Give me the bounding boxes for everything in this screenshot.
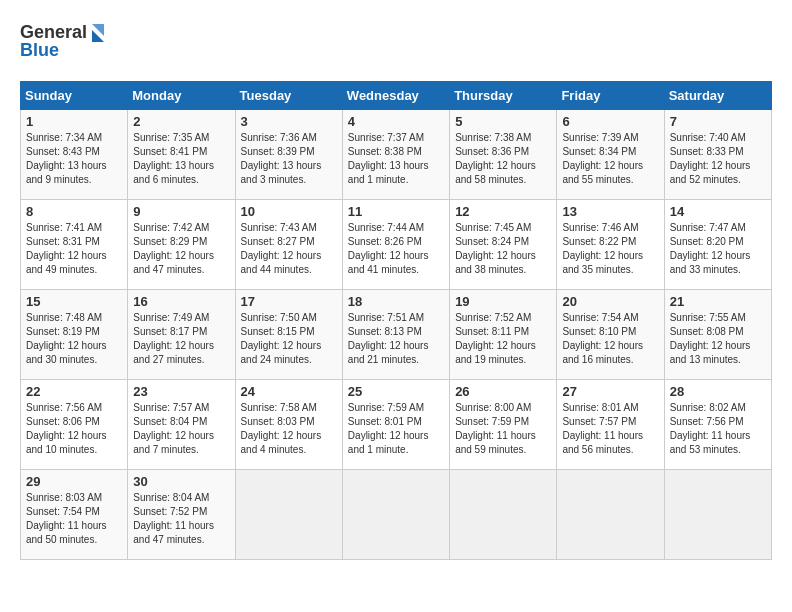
calendar-cell: 9Sunrise: 7:42 AM Sunset: 8:29 PM Daylig…	[128, 200, 235, 290]
calendar-cell: 2Sunrise: 7:35 AM Sunset: 8:41 PM Daylig…	[128, 110, 235, 200]
header-cell-monday: Monday	[128, 82, 235, 110]
calendar-cell: 15Sunrise: 7:48 AM Sunset: 8:19 PM Dayli…	[21, 290, 128, 380]
calendar-header: SundayMondayTuesdayWednesdayThursdayFrid…	[21, 82, 772, 110]
calendar-cell: 3Sunrise: 7:36 AM Sunset: 8:39 PM Daylig…	[235, 110, 342, 200]
calendar-cell: 16Sunrise: 7:49 AM Sunset: 8:17 PM Dayli…	[128, 290, 235, 380]
calendar-cell: 7Sunrise: 7:40 AM Sunset: 8:33 PM Daylig…	[664, 110, 771, 200]
calendar-cell: 20Sunrise: 7:54 AM Sunset: 8:10 PM Dayli…	[557, 290, 664, 380]
calendar-cell: 18Sunrise: 7:51 AM Sunset: 8:13 PM Dayli…	[342, 290, 449, 380]
calendar-cell: 19Sunrise: 7:52 AM Sunset: 8:11 PM Dayli…	[450, 290, 557, 380]
calendar-cell: 27Sunrise: 8:01 AM Sunset: 7:57 PM Dayli…	[557, 380, 664, 470]
calendar-cell: 22Sunrise: 7:56 AM Sunset: 8:06 PM Dayli…	[21, 380, 128, 470]
calendar-cell: 13Sunrise: 7:46 AM Sunset: 8:22 PM Dayli…	[557, 200, 664, 290]
header-cell-friday: Friday	[557, 82, 664, 110]
calendar-row: 22Sunrise: 7:56 AM Sunset: 8:06 PM Dayli…	[21, 380, 772, 470]
calendar-cell: 1Sunrise: 7:34 AM Sunset: 8:43 PM Daylig…	[21, 110, 128, 200]
svg-text:General: General	[20, 22, 87, 42]
calendar-cell	[342, 470, 449, 560]
calendar-cell: 6Sunrise: 7:39 AM Sunset: 8:34 PM Daylig…	[557, 110, 664, 200]
calendar-cell: 4Sunrise: 7:37 AM Sunset: 8:38 PM Daylig…	[342, 110, 449, 200]
calendar-cell: 17Sunrise: 7:50 AM Sunset: 8:15 PM Dayli…	[235, 290, 342, 380]
calendar-row: 8Sunrise: 7:41 AM Sunset: 8:31 PM Daylig…	[21, 200, 772, 290]
calendar-cell: 11Sunrise: 7:44 AM Sunset: 8:26 PM Dayli…	[342, 200, 449, 290]
calendar-cell: 5Sunrise: 7:38 AM Sunset: 8:36 PM Daylig…	[450, 110, 557, 200]
calendar-cell: 24Sunrise: 7:58 AM Sunset: 8:03 PM Dayli…	[235, 380, 342, 470]
calendar-cell	[557, 470, 664, 560]
calendar-cell: 28Sunrise: 8:02 AM Sunset: 7:56 PM Dayli…	[664, 380, 771, 470]
calendar-cell: 23Sunrise: 7:57 AM Sunset: 8:04 PM Dayli…	[128, 380, 235, 470]
calendar-cell: 10Sunrise: 7:43 AM Sunset: 8:27 PM Dayli…	[235, 200, 342, 290]
header-cell-thursday: Thursday	[450, 82, 557, 110]
calendar-cell: 25Sunrise: 7:59 AM Sunset: 8:01 PM Dayli…	[342, 380, 449, 470]
calendar-cell	[450, 470, 557, 560]
calendar-cell: 26Sunrise: 8:00 AM Sunset: 7:59 PM Dayli…	[450, 380, 557, 470]
calendar-cell: 12Sunrise: 7:45 AM Sunset: 8:24 PM Dayli…	[450, 200, 557, 290]
calendar-row: 15Sunrise: 7:48 AM Sunset: 8:19 PM Dayli…	[21, 290, 772, 380]
header-cell-tuesday: Tuesday	[235, 82, 342, 110]
logo: GeneralBlue	[20, 20, 110, 65]
svg-text:Blue: Blue	[20, 40, 59, 60]
calendar-cell: 29Sunrise: 8:03 AM Sunset: 7:54 PM Dayli…	[21, 470, 128, 560]
calendar-row: 29Sunrise: 8:03 AM Sunset: 7:54 PM Dayli…	[21, 470, 772, 560]
logo-svg: GeneralBlue	[20, 20, 110, 65]
calendar-cell	[664, 470, 771, 560]
page-header: GeneralBlue	[20, 20, 772, 65]
header-cell-sunday: Sunday	[21, 82, 128, 110]
calendar-table: SundayMondayTuesdayWednesdayThursdayFrid…	[20, 81, 772, 560]
header-cell-saturday: Saturday	[664, 82, 771, 110]
header-row: SundayMondayTuesdayWednesdayThursdayFrid…	[21, 82, 772, 110]
header-cell-wednesday: Wednesday	[342, 82, 449, 110]
calendar-row: 1Sunrise: 7:34 AM Sunset: 8:43 PM Daylig…	[21, 110, 772, 200]
calendar-cell: 14Sunrise: 7:47 AM Sunset: 8:20 PM Dayli…	[664, 200, 771, 290]
calendar-cell	[235, 470, 342, 560]
calendar-body: 1Sunrise: 7:34 AM Sunset: 8:43 PM Daylig…	[21, 110, 772, 560]
calendar-cell: 21Sunrise: 7:55 AM Sunset: 8:08 PM Dayli…	[664, 290, 771, 380]
calendar-cell: 30Sunrise: 8:04 AM Sunset: 7:52 PM Dayli…	[128, 470, 235, 560]
calendar-cell: 8Sunrise: 7:41 AM Sunset: 8:31 PM Daylig…	[21, 200, 128, 290]
